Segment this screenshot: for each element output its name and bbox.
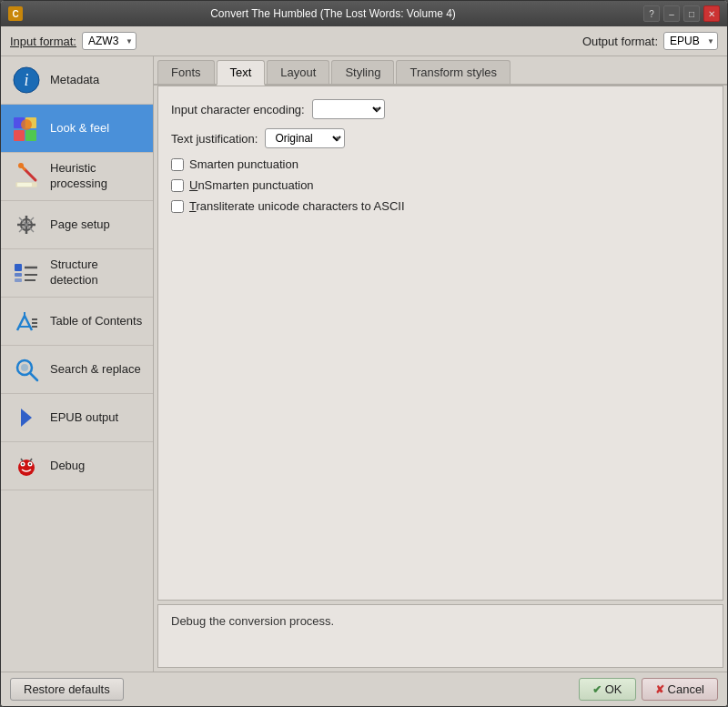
action-buttons: ✔ OK ✘ Cancel <box>579 678 718 701</box>
text-justification-row: Text justification: Original Left Right … <box>171 128 710 148</box>
sidebar-search-replace-label: Search & replace <box>50 362 141 378</box>
svg-line-37 <box>30 459 32 461</box>
debug-icon <box>10 449 43 482</box>
tabs-bar: Fonts Text Layout Styling Transform styl… <box>154 56 727 86</box>
sidebar: i Metadata Look & feel <box>1 56 154 672</box>
search-replace-icon <box>10 353 43 386</box>
window-controls: ? – □ ✕ <box>643 5 720 22</box>
tab-styling[interactable]: Styling <box>331 60 394 84</box>
debug-description-text: Debug the conversion process. <box>171 614 334 628</box>
sidebar-item-structure-detection[interactable]: Structure detection <box>1 249 153 298</box>
structure-detection-icon <box>10 257 43 289</box>
svg-line-36 <box>21 459 23 461</box>
svg-rect-19 <box>15 278 22 282</box>
titlebar: C Convert The Humbled (The Lost Words: V… <box>1 1 727 26</box>
input-format-select[interactable]: AZW3 <box>82 32 136 50</box>
sidebar-item-heuristic[interactable]: Heuristic processing <box>1 153 153 201</box>
input-encoding-select[interactable] <box>312 99 385 119</box>
main-panel: Fonts Text Layout Styling Transform styl… <box>154 56 727 672</box>
sidebar-toc-label: Table of Contents <box>50 314 142 329</box>
sidebar-item-toc[interactable]: Table of Contents <box>1 298 153 346</box>
svg-text:i: i <box>24 71 28 89</box>
sidebar-look-feel-label: Look & feel <box>50 121 109 136</box>
ok-button[interactable]: ✔ OK <box>579 678 636 701</box>
input-format-label: Input format: <box>10 35 76 48</box>
svg-marker-30 <box>21 409 32 427</box>
sidebar-heuristic-label: Heuristic processing <box>50 161 144 192</box>
output-format-group: Output format: EPUB <box>582 32 718 50</box>
svg-rect-18 <box>15 273 22 277</box>
transliterate-unicode-checkbox[interactable] <box>171 200 184 213</box>
smarten-punctuation-row: Smarten punctuation <box>171 157 710 171</box>
page-setup-icon <box>10 208 43 241</box>
svg-rect-17 <box>15 264 22 271</box>
tab-transform-styles[interactable]: Transform styles <box>396 60 511 84</box>
metadata-icon: i <box>10 64 43 96</box>
cancel-x-icon: ✘ <box>655 683 664 696</box>
heuristic-icon <box>10 160 43 193</box>
output-format-label: Output format: <box>582 35 658 48</box>
sidebar-item-metadata[interactable]: i Metadata <box>1 56 153 105</box>
input-encoding-label: Input character encoding: <box>171 103 305 116</box>
input-format-wrapper: AZW3 <box>82 32 136 50</box>
input-encoding-row: Input character encoding: <box>171 99 710 119</box>
text-justification-select[interactable]: Original Left Right Center Full <box>265 128 345 148</box>
output-format-wrapper: EPUB <box>663 32 718 50</box>
cancel-button[interactable]: ✘ Cancel <box>642 678 718 701</box>
toc-icon <box>10 305 43 338</box>
titlebar-left: C <box>8 6 23 21</box>
panel-content: Input character encoding: Text justifica… <box>157 86 723 601</box>
bottom-bar: Restore defaults ✔ OK ✘ Cancel <box>1 672 727 706</box>
svg-point-31 <box>18 460 35 476</box>
close-button[interactable]: ✕ <box>703 5 720 22</box>
transliterate-unicode-label: Transliterate unicode characters to ASCI… <box>189 199 405 213</box>
window-title: Convert The Humbled (The Lost Words: Vol… <box>23 7 643 20</box>
restore-defaults-button[interactable]: Restore defaults <box>10 678 124 701</box>
sidebar-debug-label: Debug <box>50 459 85 474</box>
content-area: i Metadata Look & feel <box>1 56 727 672</box>
sidebar-page-setup-label: Page setup <box>50 217 110 233</box>
input-format-group: Input format: AZW3 <box>10 32 136 50</box>
sidebar-item-look-and-feel[interactable]: Look & feel <box>1 105 153 153</box>
maximize-button[interactable]: □ <box>683 5 700 22</box>
sidebar-item-epub-output[interactable]: EPUB output <box>1 394 153 442</box>
tab-layout[interactable]: Layout <box>267 60 329 84</box>
toolbar: Input format: AZW3 Output format: EPUB <box>1 26 727 56</box>
epub-output-icon <box>10 401 43 434</box>
unsmarten-punctuation-label: UnSmarten punctuation <box>189 178 314 192</box>
main-window: C Convert The Humbled (The Lost Words: V… <box>0 0 728 707</box>
debug-description-area: Debug the conversion process. <box>157 604 723 668</box>
svg-line-28 <box>30 373 37 380</box>
output-format-select[interactable]: EPUB <box>663 32 718 50</box>
svg-point-29 <box>21 364 28 371</box>
transliterate-unicode-row: Transliterate unicode characters to ASCI… <box>171 199 710 213</box>
ok-check-icon: ✔ <box>592 683 602 696</box>
svg-point-35 <box>29 463 31 465</box>
sidebar-item-search-replace[interactable]: Search & replace <box>1 346 153 394</box>
minimize-button[interactable]: – <box>663 5 680 22</box>
sidebar-epub-label: EPUB output <box>50 410 118 426</box>
svg-rect-8 <box>17 183 32 187</box>
sidebar-structure-label: Structure detection <box>50 258 144 288</box>
app-icon: C <box>8 6 23 21</box>
svg-rect-2 <box>14 130 25 141</box>
unsmarten-punctuation-row: UnSmarten punctuation <box>171 178 710 192</box>
smarten-punctuation-checkbox[interactable] <box>171 158 184 171</box>
tab-text[interactable]: Text <box>217 60 266 86</box>
svg-line-9 <box>25 169 35 180</box>
smarten-punctuation-label: Smarten punctuation <box>189 157 298 171</box>
svg-point-11 <box>18 163 24 168</box>
unsmarten-punctuation-checkbox[interactable] <box>171 179 184 192</box>
sidebar-item-page-setup[interactable]: Page setup <box>1 201 153 249</box>
sidebar-metadata-label: Metadata <box>50 73 99 88</box>
look-and-feel-icon <box>10 112 43 145</box>
svg-rect-3 <box>25 130 36 141</box>
text-justification-label: Text justification: <box>171 132 258 146</box>
help-button[interactable]: ? <box>643 5 660 22</box>
svg-point-6 <box>21 119 32 130</box>
svg-point-34 <box>22 463 24 465</box>
tab-fonts[interactable]: Fonts <box>157 60 215 84</box>
text-justification-select-wrapper: Original Left Right Center Full <box>265 128 345 148</box>
sidebar-item-debug[interactable]: Debug <box>1 442 153 490</box>
input-encoding-select-wrapper <box>312 99 385 119</box>
